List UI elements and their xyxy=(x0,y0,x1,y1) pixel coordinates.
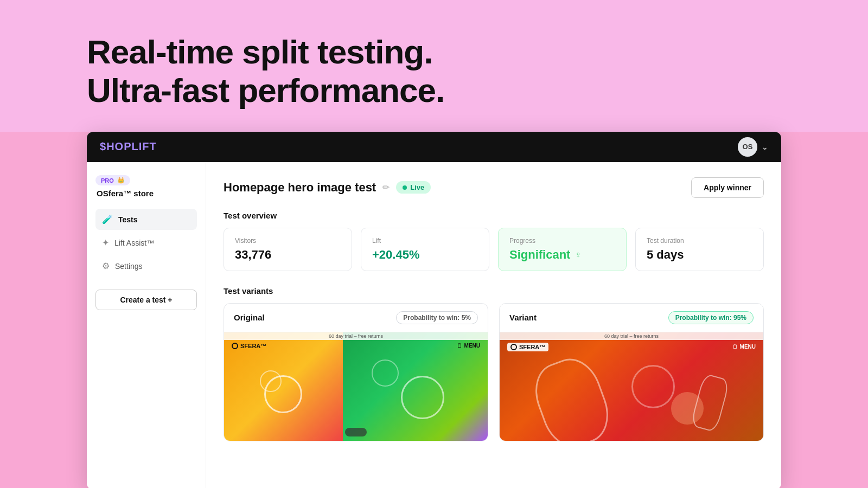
lift-assist-icon: ✦ xyxy=(102,237,109,248)
metric-progress-value: Significant ♀ xyxy=(509,248,615,262)
content-header: Homepage hero image test ✏ Live Apply wi… xyxy=(224,177,764,198)
settings-icon: ⚙ xyxy=(102,261,110,271)
title-row: Homepage hero image test ✏ Live xyxy=(224,181,431,195)
variant-variant-header: Variant Probability to win: 95% xyxy=(500,304,763,332)
variant-original-probability: Probability to win: 5% xyxy=(396,311,478,324)
original-images: SFERA™ 🗒 MENU xyxy=(224,332,488,441)
osfera-logo-original: SFERA™ xyxy=(232,343,266,349)
metric-progress-label: Progress xyxy=(509,237,615,245)
live-dot xyxy=(403,185,407,190)
metric-visitors-value: 33,776 xyxy=(235,248,341,262)
content-area: Homepage hero image test ✏ Live Apply wi… xyxy=(206,162,781,488)
topbar: $HOPLIFT OS ⌄ xyxy=(87,132,781,162)
variants-row: Original Probability to win: 5% 60 day t… xyxy=(224,303,764,441)
osfera-logo-variant: SFERA™ xyxy=(507,343,548,351)
variant-variant-preview: 60 day trial – free returns SFERA™ 🗒 xyxy=(500,332,763,441)
sidebar-nav: 🧪 Tests ✦ Lift Assist™ ⚙ Settings xyxy=(95,209,197,277)
metric-visitors-label: Visitors xyxy=(235,237,341,245)
live-label: Live xyxy=(410,183,424,191)
create-test-button[interactable]: Create a test + xyxy=(95,290,197,310)
avatar[interactable]: OS xyxy=(738,137,757,157)
variant-img: SFERA™ 🗒 MENU xyxy=(500,332,763,441)
apply-winner-button[interactable]: Apply winner xyxy=(691,177,764,198)
metric-lift: Lift +20.45% xyxy=(361,228,489,271)
sidebar-item-lift-assist[interactable]: ✦ Lift Assist™ xyxy=(95,232,197,253)
logo-dollar: $ xyxy=(100,140,106,152)
sidebar-item-settings-label: Settings xyxy=(115,262,143,271)
significant-icon: ♀ xyxy=(575,250,581,260)
sidebar-item-settings[interactable]: ⚙ Settings xyxy=(95,255,197,277)
variant-variant-probability: Probability to win: 95% xyxy=(668,311,754,324)
metrics-row: Visitors 33,776 Lift +20.45% Progress Si… xyxy=(224,228,764,271)
variant-original-name: Original xyxy=(234,313,265,322)
edit-icon[interactable]: ✏ xyxy=(382,182,390,192)
chevron-down-icon[interactable]: ⌄ xyxy=(762,143,768,151)
menu-icon-variant: 🗒 MENU xyxy=(732,344,756,350)
menu-icon-original: 🗒 MENU xyxy=(457,343,480,349)
test-variants-heading: Test variants xyxy=(224,286,764,296)
main-layout: PRO 👑 OSfera™ store 🧪 Tests ✦ Lift Assis… xyxy=(87,162,781,488)
pro-badge: PRO 👑 xyxy=(95,175,130,185)
variant-original-header: Original Probability to win: 5% xyxy=(224,304,488,332)
preview-banner-original: 60 day trial – free returns xyxy=(224,332,488,340)
sidebar-item-tests[interactable]: 🧪 Tests xyxy=(95,209,197,230)
app-window: $HOPLIFT OS ⌄ PRO 👑 OSfera™ store 🧪 Test… xyxy=(87,132,781,488)
live-badge: Live xyxy=(396,181,431,194)
crown-icon: 👑 xyxy=(117,177,125,184)
metric-lift-value: +20.45% xyxy=(372,248,478,262)
sidebar-item-lift-assist-label: Lift Assist™ xyxy=(114,239,154,247)
test-title: Homepage hero image test xyxy=(224,181,376,195)
variant-card-variant: Variant Probability to win: 95% 60 day t… xyxy=(499,303,764,441)
metric-duration: Test duration 5 days xyxy=(635,228,764,271)
hero-title: Real-time split testing. Ultra-fast perf… xyxy=(87,33,781,110)
sidebar: PRO 👑 OSfera™ store 🧪 Tests ✦ Lift Assis… xyxy=(87,162,206,488)
metric-progress: Progress Significant ♀ xyxy=(498,228,627,271)
variant-variant-name: Variant xyxy=(509,313,537,322)
tests-icon: 🧪 xyxy=(102,214,113,224)
app-logo: $HOPLIFT xyxy=(100,140,157,153)
preview-banner-variant: 60 day trial – free returns xyxy=(500,332,763,340)
sidebar-item-tests-label: Tests xyxy=(118,215,138,224)
hero-section: Real-time split testing. Ultra-fast perf… xyxy=(0,0,868,132)
metric-duration-value: 5 days xyxy=(647,248,752,262)
test-overview-heading: Test overview xyxy=(224,211,764,220)
topbar-right: OS ⌄ xyxy=(738,137,768,157)
metric-duration-label: Test duration xyxy=(647,237,752,245)
variant-card-original: Original Probability to win: 5% 60 day t… xyxy=(224,303,488,441)
scroll-indicator-original xyxy=(345,428,367,436)
metric-visitors: Visitors 33,776 xyxy=(224,228,352,271)
variant-original-preview: 60 day trial – free returns SFERA™ 🗒 xyxy=(224,332,488,441)
store-name: OSfera™ store xyxy=(95,189,197,198)
metric-lift-label: Lift xyxy=(372,237,478,245)
